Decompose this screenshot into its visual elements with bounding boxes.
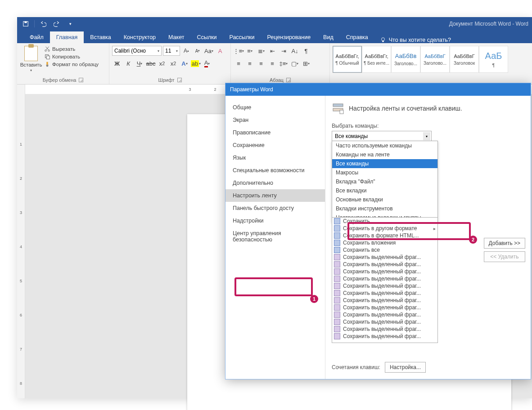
save-icon[interactable]	[21, 19, 31, 29]
customize-shortcuts-button[interactable]: Настройка...	[385, 362, 426, 373]
text-effects-button[interactable]: A▾	[180, 58, 189, 68]
command-item[interactable]: Сохранить выделенный фраг...	[332, 261, 437, 268]
command-item[interactable]: Сохранить в другом формате▸	[332, 225, 437, 232]
underline-button[interactable]: Ч▾	[135, 58, 144, 68]
tab-home[interactable]: Главная	[50, 31, 84, 43]
font-dialog-launcher[interactable]	[177, 78, 182, 82]
command-item[interactable]: Сохранить в формате HTML...	[332, 232, 437, 239]
grow-font-button[interactable]: A▴	[181, 46, 191, 56]
strikethrough-button[interactable]: abc	[146, 58, 156, 68]
paste-button[interactable]: Вставить ▾	[20, 46, 42, 72]
copy-button[interactable]: Копировать	[44, 53, 99, 60]
options-nav-item[interactable]: Правописание	[225, 126, 325, 139]
command-item[interactable]: Сохранить выделенный фраг...	[332, 275, 437, 282]
style-subtitle[interactable]: АаБ¶	[479, 46, 508, 73]
tab-design[interactable]: Конструктор	[117, 31, 162, 43]
dropdown-item[interactable]: Часто используемые команды	[332, 141, 437, 150]
commands-list[interactable]: СохранитьСохранить в другом формате▸Сохр…	[332, 217, 438, 343]
options-nav-item[interactable]: Дополнительно	[225, 177, 325, 189]
command-item[interactable]: Сохранить выделенный фраг...	[332, 318, 437, 325]
dropdown-item[interactable]: Вкладки инструментов	[332, 204, 437, 213]
dropdown-item[interactable]: Команды не на ленте	[332, 150, 437, 159]
command-item[interactable]: Сохранить выделенный фраг...	[332, 282, 437, 290]
options-nav-item[interactable]: Экран	[225, 114, 325, 126]
options-nav-item[interactable]: Язык	[225, 152, 325, 164]
redo-icon[interactable]	[52, 19, 62, 29]
command-item[interactable]: Сохранить выделенный фраг...	[332, 333, 437, 340]
font-size-combo[interactable]: 11▾	[163, 46, 180, 56]
undo-icon[interactable]	[38, 19, 48, 29]
show-marks-button[interactable]: ¶	[301, 46, 311, 56]
format-painter-button[interactable]: Формат по образцу	[44, 61, 99, 67]
borders-button[interactable]: ⊞▾	[301, 58, 311, 68]
options-nav-item[interactable]: Надстройки	[225, 214, 325, 227]
tab-insert[interactable]: Вставка	[84, 31, 117, 43]
command-item[interactable]: Сохранить выделенный фраг...	[332, 304, 437, 311]
increase-indent-button[interactable]: ⇥	[279, 46, 289, 56]
tab-review[interactable]: Рецензирование	[261, 31, 317, 43]
styles-gallery[interactable]: АаБбВвГг,¶ Обычный АаБбВвГг,¶ Без инте..…	[333, 46, 508, 73]
tab-help[interactable]: Справка	[340, 31, 374, 43]
command-item[interactable]: Сохранить вложения	[332, 239, 437, 246]
paragraph-dialog-launcher[interactable]	[286, 78, 291, 82]
tab-mailings[interactable]: Рассылки	[223, 31, 261, 43]
command-item[interactable]: Сохранить выделенный фраг...	[332, 268, 437, 275]
command-item[interactable]: Сохранить выделенный фраг...	[332, 325, 437, 333]
dropdown-item[interactable]: Макросы	[332, 168, 437, 177]
command-item[interactable]: Сохранить	[332, 218, 437, 225]
highlight-button[interactable]: ab▾	[191, 58, 201, 68]
multilevel-list-button[interactable]: ≣▾	[256, 46, 266, 56]
shrink-font-button[interactable]: A▾	[193, 46, 203, 56]
style-no-spacing[interactable]: АаБбВвГг,¶ Без инте...	[362, 46, 391, 73]
justify-button[interactable]: ≡	[267, 58, 277, 68]
options-nav-item[interactable]: Специальные возможности	[225, 164, 325, 177]
options-nav-item[interactable]: Сохранение	[225, 139, 325, 152]
tab-references[interactable]: Ссылки	[190, 31, 223, 43]
dropdown-item[interactable]: Все вкладки	[332, 186, 437, 195]
command-item[interactable]: Сохранить все	[332, 246, 437, 254]
tell-me-box[interactable]: Что вы хотите сделать?	[374, 37, 456, 43]
options-nav-item[interactable]: Общие	[225, 101, 325, 114]
font-name-combo[interactable]: Calibri (Осно▾	[112, 46, 162, 56]
tab-view[interactable]: Вид	[317, 31, 340, 43]
line-spacing-button[interactable]: ‡≡▾	[279, 58, 289, 68]
cut-button[interactable]: Вырезать	[44, 46, 99, 52]
change-case-button[interactable]: Aa▾	[204, 46, 214, 56]
align-left-button[interactable]: ≡	[234, 58, 243, 68]
dropdown-item[interactable]: Основные вкладки	[332, 195, 437, 204]
command-item[interactable]: Сохранить выделенный фраг...	[332, 290, 437, 297]
font-color-button[interactable]: A▾	[202, 58, 212, 68]
bullets-button[interactable]: ⋮≡▾	[234, 46, 243, 56]
subscript-button[interactable]: x2	[157, 58, 167, 68]
qat-more-icon[interactable]: ▾	[65, 19, 75, 29]
command-item[interactable]: Сохранить выделенный фраг...	[332, 311, 437, 318]
add-button[interactable]: Добавить >>	[484, 238, 525, 249]
bold-button[interactable]: Ж	[112, 58, 122, 68]
vertical-ruler[interactable]: 123456789	[17, 94, 25, 398]
numbering-button[interactable]: ≡▾	[245, 46, 255, 56]
align-right-button[interactable]: ≡	[256, 58, 266, 68]
clipboard-dialog-launcher[interactable]	[79, 78, 83, 82]
remove-button[interactable]: << Удалить	[484, 251, 525, 262]
align-center-button[interactable]: ≡	[245, 58, 255, 68]
options-nav-item[interactable]: Панель быстрого досту	[225, 202, 325, 214]
style-title[interactable]: АаБбВвГЗаголовок	[450, 46, 479, 73]
dropdown-item[interactable]: Все команды	[332, 159, 437, 168]
clear-formatting-button[interactable]: A	[215, 46, 225, 56]
style-heading1[interactable]: АаБбВвЗаголово...	[391, 46, 420, 73]
superscript-button[interactable]: x2	[168, 58, 178, 68]
tab-file[interactable]: Файл	[23, 31, 50, 43]
tab-layout[interactable]: Макет	[162, 31, 190, 43]
style-heading2[interactable]: АаБбВвГЗаголово...	[420, 46, 450, 73]
options-nav-item[interactable]: Центр управления безопасностью	[225, 227, 325, 246]
sort-button[interactable]: A↓	[290, 46, 300, 56]
decrease-indent-button[interactable]: ⇤	[267, 46, 277, 56]
command-item[interactable]: Сохранить выделенный фраг...	[332, 297, 437, 304]
dropdown-item[interactable]: Вкладка "Файл"	[332, 177, 437, 186]
commands-source-combo[interactable]: Все команды ▾	[332, 131, 432, 142]
shading-button[interactable]: ▢▾	[290, 58, 300, 68]
command-item[interactable]: Сохранить выделенный фраг...	[332, 254, 437, 261]
italic-button[interactable]: К	[123, 58, 133, 68]
style-normal[interactable]: АаБбВвГг,¶ Обычный	[333, 46, 362, 73]
options-nav-item[interactable]: Настроить ленту	[225, 189, 325, 202]
